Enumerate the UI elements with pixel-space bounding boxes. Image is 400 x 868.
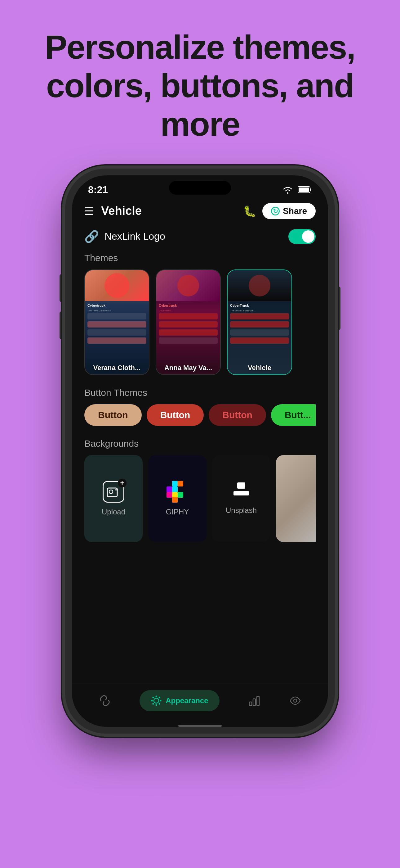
nexlink-row: 🔗 NexLink Logo [72, 224, 328, 253]
svg-rect-14 [249, 702, 252, 706]
svg-rect-3 [107, 488, 117, 497]
link-nav-icon [99, 694, 111, 707]
background-upload[interactable]: + Upload [84, 455, 143, 542]
share-label: Share [283, 206, 307, 216]
svg-point-8 [151, 700, 153, 701]
svg-point-6 [156, 695, 157, 697]
unsplash-label: Unsplash [226, 506, 257, 515]
appearance-nav-label: Appearance [166, 696, 208, 705]
svg-point-13 [153, 703, 154, 704]
button-theme-green[interactable]: Butt... [271, 404, 316, 426]
button-themes-section: Button Themes Button Button Button Butt.… [84, 388, 316, 426]
theme-card-cyber[interactable]: Cybertruck Cybertrack... Anna May Va... [156, 270, 221, 375]
background-giphy[interactable]: GIPHY [148, 455, 206, 542]
nav-item-appearance[interactable]: Appearance [139, 690, 219, 711]
giphy-icon [167, 481, 188, 503]
bug-icon[interactable]: 🐛 [243, 205, 256, 217]
battery-icon [298, 186, 312, 193]
chart-nav-icon [248, 694, 261, 707]
themes-scroll: Cybertruck The Tesla Cybertruck... Veran… [84, 270, 316, 375]
backgrounds-scroll: + Upload [84, 455, 316, 542]
content-area: Themes Cybertruck The Tesla Cybertruck..… [72, 253, 328, 684]
svg-point-11 [159, 703, 160, 704]
giphy-label: GIPHY [166, 507, 189, 516]
svg-point-17 [294, 699, 297, 702]
svg-point-5 [154, 698, 159, 703]
dynamic-island [169, 181, 231, 195]
svg-point-9 [160, 700, 162, 701]
button-theme-dark-red[interactable]: Button [209, 404, 266, 426]
svg-point-10 [153, 696, 154, 698]
theme-card-label-3: CyberTruck [230, 304, 289, 307]
background-photo[interactable] [276, 455, 316, 542]
phone-screen: 8:21 ☰ [72, 176, 328, 727]
nav-item-link[interactable] [99, 694, 111, 707]
eye-nav-icon [289, 695, 301, 706]
unsplash-icon [232, 483, 251, 501]
phone-shell: 8:21 ☰ [65, 168, 335, 734]
nexlink-toggle[interactable] [288, 229, 316, 244]
upload-plus-icon: + [118, 479, 127, 487]
home-indicator [178, 725, 222, 727]
backgrounds-title: Backgrounds [84, 438, 316, 449]
power-button [336, 286, 340, 330]
background-unsplash[interactable]: Unsplash [212, 455, 270, 542]
svg-rect-1 [310, 188, 311, 191]
header-title: Vehicle [101, 204, 243, 218]
volume-down-button [60, 311, 64, 339]
upload-icon: + [103, 481, 124, 503]
theme-name-2: Anna May Va... [156, 364, 220, 372]
menu-icon[interactable]: ☰ [84, 205, 94, 217]
share-button[interactable]: ↻ Share [262, 203, 316, 219]
status-time: 8:21 [88, 184, 108, 195]
svg-rect-16 [257, 696, 259, 706]
share-icon: ↻ [271, 207, 280, 215]
bottom-nav: Appearance [72, 684, 328, 722]
nav-item-chart[interactable] [248, 694, 261, 707]
svg-point-4 [109, 490, 113, 494]
status-icons [282, 186, 312, 194]
themes-section: Themes Cybertruck The Tesla Cybertruck..… [84, 253, 316, 375]
theme-name-3: Vehicle [228, 364, 292, 372]
theme-card-cloth[interactable]: Cybertruck The Tesla Cybertruck... Veran… [84, 270, 149, 375]
nexlink-label: NexLink Logo [104, 231, 288, 242]
appearance-nav-icon [151, 695, 162, 706]
phone-mockup: 8:21 ☰ [65, 168, 335, 734]
svg-rect-15 [253, 699, 256, 706]
button-themes-scroll: Button Button Button Butt... [84, 404, 316, 426]
svg-point-7 [156, 704, 157, 706]
theme-card-vehicle[interactable]: CyberTruck The Tesla Cybertruck... Vehic… [227, 270, 292, 375]
wifi-icon [282, 186, 293, 194]
svg-rect-2 [299, 187, 309, 192]
hero-heading: Personalize themes, colors, buttons, and… [0, 28, 400, 144]
svg-point-12 [159, 696, 160, 698]
nexlink-icon: 🔗 [84, 230, 99, 243]
button-themes-title: Button Themes [84, 388, 316, 398]
nav-item-eye[interactable] [289, 695, 301, 706]
volume-up-button [60, 274, 64, 302]
app-header: ☰ Vehicle 🐛 ↻ Share [72, 198, 328, 224]
button-theme-beige[interactable]: Button [84, 404, 142, 426]
theme-card-label-1: Cybertruck [88, 304, 146, 307]
themes-section-title: Themes [84, 253, 316, 263]
button-theme-crimson[interactable]: Button [147, 404, 204, 426]
theme-card-label-2: Cybertruck [159, 304, 218, 307]
upload-label: Upload [102, 507, 125, 516]
backgrounds-section: Backgrounds + [84, 438, 316, 542]
theme-name-1: Verana Cloth... [85, 364, 149, 372]
